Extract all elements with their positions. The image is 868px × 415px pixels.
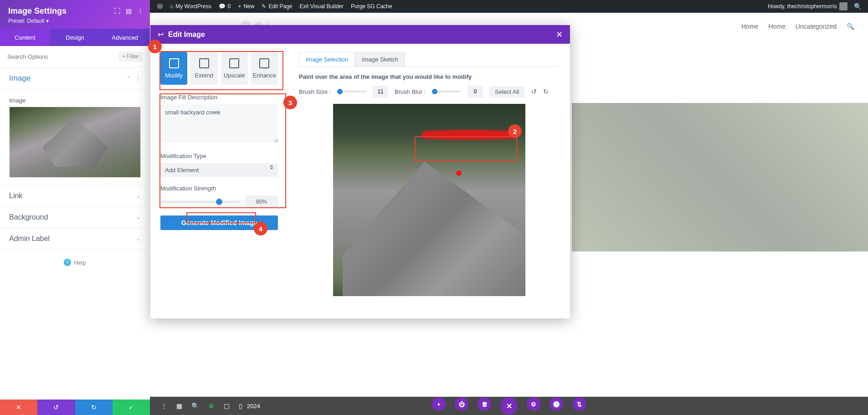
- wp-purge[interactable]: Purge SG Cache: [347, 3, 396, 10]
- tab-image-selection[interactable]: Image Selection: [299, 52, 355, 67]
- roof-image: [343, 162, 525, 296]
- bb-tablet-icon[interactable]: ▢: [219, 402, 234, 410]
- wp-exit-vb[interactable]: Exit Visual Builder: [296, 3, 347, 10]
- sidebar-search: + Filter: [0, 46, 150, 67]
- badge-3: 3: [283, 96, 297, 109]
- tab-content[interactable]: Content: [0, 29, 50, 46]
- bb-zoom-icon[interactable]: 🔍: [187, 402, 204, 410]
- nav-search-icon[interactable]: 🔍: [847, 23, 854, 30]
- brush-cursor: [456, 170, 462, 176]
- nav-home-2[interactable]: Home: [768, 23, 785, 30]
- cancel-button[interactable]: ✕: [0, 400, 37, 415]
- mod-strength-label: Modification Strength: [160, 185, 278, 192]
- bb-sort-button[interactable]: ⇅: [572, 397, 586, 411]
- wp-new-label: New: [243, 3, 254, 10]
- edit-image-modal: ↩ Edit Image ✕ Modify Extend Upscale Enh…: [150, 25, 570, 318]
- bb-trash-button[interactable]: 🗑: [478, 397, 491, 411]
- badge-1: 1: [148, 40, 162, 53]
- image-settings-sidebar: Image Settings Preset: Default ▾ ⛶ ▤ ⋮ C…: [0, 0, 150, 415]
- save-button[interactable]: ✓: [113, 400, 150, 415]
- wp-howdy[interactable]: Howdy, thechristophermorris: [764, 2, 851, 10]
- brush-size-label: Brush Size :: [299, 88, 331, 95]
- modal-title: Edit Image: [168, 31, 205, 39]
- tab-advanced[interactable]: Advanced: [100, 29, 150, 46]
- bb-mobile-icon[interactable]: ▯: [234, 402, 247, 410]
- section-link[interactable]: Link ⌄: [0, 185, 150, 207]
- menu-icon[interactable]: ⋮: [137, 7, 144, 15]
- bb-settings-button[interactable]: ⚙: [527, 397, 540, 411]
- undo-button[interactable]: ↺: [37, 400, 75, 415]
- upscale-icon: [229, 58, 239, 68]
- select-all-button[interactable]: Select All: [489, 86, 524, 97]
- tab-image-sketch[interactable]: Image Sketch: [355, 52, 405, 67]
- image-label: Image: [9, 97, 141, 104]
- mod-strength-slider[interactable]: [160, 201, 240, 203]
- bb-year: 2024: [247, 403, 260, 410]
- wp-edit-label: Edit Page: [268, 3, 292, 10]
- image-thumbnail[interactable]: [9, 107, 141, 178]
- mode-enhance[interactable]: Enhance: [251, 52, 278, 85]
- badge-2: 2: [508, 124, 522, 138]
- preset-dropdown[interactable]: Preset: Default ▾: [8, 18, 142, 24]
- bg-image: [572, 103, 868, 251]
- redo-button[interactable]: ↻: [75, 400, 113, 415]
- badge-4: 4: [254, 222, 267, 236]
- bb-power-button[interactable]: ⏻: [455, 397, 468, 411]
- bb-add-button[interactable]: +: [432, 397, 446, 411]
- extend-icon: [199, 58, 209, 68]
- help-row[interactable]: ? Help: [0, 250, 150, 275]
- brush-blur-value: 0: [467, 86, 483, 97]
- section-admin-label[interactable]: Admin Label ⌄: [0, 228, 150, 250]
- bb-close-button[interactable]: ✕: [500, 397, 518, 415]
- mode-extend[interactable]: Extend: [190, 52, 217, 85]
- sidebar-tabs: Content Design Advanced: [0, 29, 150, 46]
- brush-size-slider[interactable]: [337, 91, 366, 92]
- wp-site-label: My WordPress: [175, 3, 211, 10]
- brush-blur-label: Brush Blur :: [395, 88, 426, 95]
- bb-grid-icon[interactable]: ▦: [172, 402, 187, 410]
- back-icon[interactable]: ↩: [158, 30, 164, 39]
- tab-design[interactable]: Design: [50, 29, 100, 46]
- fill-desc-label: Image Fill Description: [160, 94, 278, 101]
- panel-icon[interactable]: ▤: [126, 7, 132, 15]
- avatar: [839, 2, 847, 10]
- modal-left-panel: Modify Extend Upscale Enhance Image Fill…: [150, 44, 288, 318]
- wp-edit-page[interactable]: ✎ Edit Page: [258, 3, 296, 10]
- mod-strength-value: 80%: [245, 195, 278, 208]
- section-image-header[interactable]: Image ⌃⋮: [0, 67, 150, 90]
- mode-upscale[interactable]: Upscale: [221, 52, 248, 85]
- chevron-down-icon: ⌄: [136, 214, 141, 220]
- undo-icon[interactable]: ↺: [531, 88, 537, 95]
- filter-button[interactable]: + Filter: [118, 51, 143, 61]
- section-menu-icon[interactable]: ⋮: [135, 75, 141, 82]
- wp-logo[interactable]: ⓦ: [154, 3, 166, 10]
- mod-type-select[interactable]: Add Element: [160, 163, 278, 177]
- wp-search-icon[interactable]: 🔍: [851, 3, 864, 10]
- modal-header: ↩ Edit Image ✕: [150, 25, 570, 44]
- wp-admin-bar: ⓦ ⌂ My WordPress 💬 0 + New ✎ Edit Page E…: [150, 0, 868, 13]
- mod-type-label: Modification Type: [160, 153, 278, 159]
- sidebar-header: Image Settings Preset: Default ▾ ⛶ ▤ ⋮: [0, 0, 150, 29]
- close-icon[interactable]: ✕: [556, 30, 563, 40]
- nav-home-1[interactable]: Home: [741, 23, 758, 30]
- mode-modify[interactable]: Modify: [160, 52, 187, 85]
- wp-site[interactable]: ⌂ My WordPress: [166, 3, 215, 10]
- redo-icon[interactable]: ↻: [543, 88, 549, 95]
- fill-desc-input[interactable]: [160, 104, 278, 143]
- focus-icon[interactable]: ⛶: [114, 7, 120, 15]
- search-input[interactable]: [7, 53, 118, 60]
- sidebar-bottom-actions: ✕ ↺ ↻ ✓: [0, 400, 150, 415]
- bb-history-button[interactable]: 🕓: [550, 397, 563, 411]
- section-background[interactable]: Background ⌄: [0, 207, 150, 228]
- bb-desktop-icon[interactable]: 🖥: [204, 402, 219, 410]
- bb-menu-icon[interactable]: ⋮: [156, 402, 172, 410]
- wp-new[interactable]: + New: [234, 3, 258, 10]
- bottom-toolbar: ⋮ ▦ 🔍 🖥 ▢ ▯ 2024 + ⏻ 🗑 ✕ ⚙ 🕓 ⇅: [150, 397, 868, 415]
- nav-uncategorized[interactable]: Uncategorized: [796, 23, 837, 30]
- wp-comments[interactable]: 💬 0: [215, 3, 235, 10]
- paint-canvas[interactable]: [333, 104, 525, 296]
- mode-buttons: Modify Extend Upscale Enhance: [160, 52, 278, 85]
- brush-size-value: 11: [373, 86, 388, 97]
- brush-blur-slider[interactable]: [432, 91, 461, 92]
- modify-icon: [169, 58, 179, 68]
